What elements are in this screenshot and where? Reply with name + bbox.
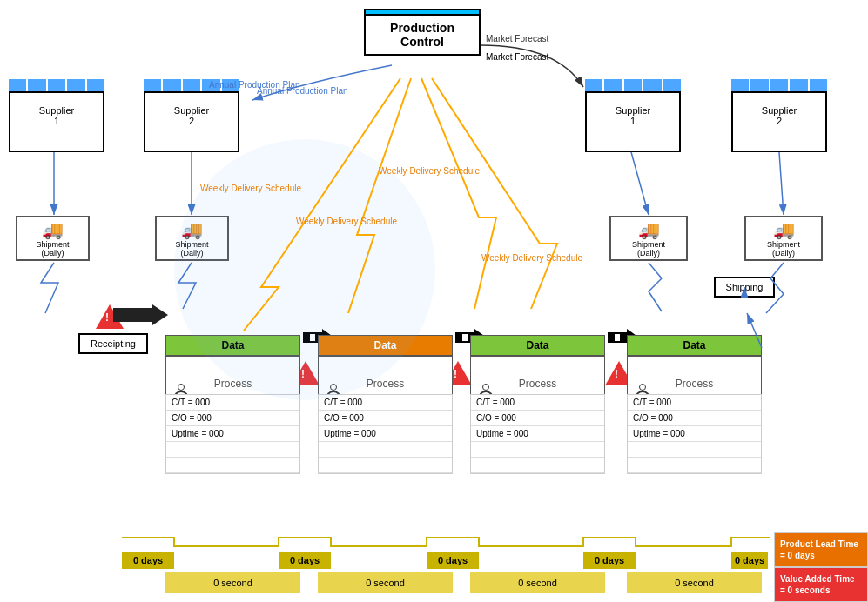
prod-control-body: ProductionControl (364, 16, 481, 56)
process-2-header: Data (318, 335, 453, 356)
summary-value-added: Value Added Time= 0 seconds (774, 567, 868, 602)
timeline-sec-1: 0 second (165, 572, 300, 593)
supplier-right-1-label: Supplier1 (587, 93, 679, 126)
truck-3-icon: 🚚 (638, 219, 660, 240)
process-2-name: Process (367, 377, 404, 389)
supplier-right-2-label: Supplier2 (733, 93, 825, 126)
timeline-day-2: 0 days (279, 552, 331, 569)
truck-2: 🚚 Shipment(Daily) (155, 216, 229, 261)
process-4-header: Data (627, 335, 762, 356)
truck-4-icon: 🚚 (773, 219, 795, 240)
shipping-box: Shipping (714, 277, 775, 298)
prod-control-header (364, 9, 481, 16)
label-market-forecast: Market Forecast (486, 52, 548, 62)
truck-1-icon: 🚚 (42, 219, 64, 240)
truck-3: 🚚 Shipment(Daily) (609, 216, 688, 261)
weekly-schedule-4: Weekly Delivery Schedule (481, 253, 582, 263)
process-2-data: C/T = 000 C/O = 000 Uptime = 000 (318, 394, 453, 474)
summary-lead-time: Product Lead Time= 0 days (774, 532, 868, 567)
truck-2-icon: 🚚 (181, 219, 203, 240)
truck-3-label: Shipment(Daily) (632, 240, 665, 258)
process-1-header: Data (165, 335, 300, 356)
supplier-left-1: Supplier1 (9, 91, 104, 152)
summary-box: Product Lead Time= 0 days Value Added Ti… (774, 532, 868, 602)
push-arrow-1 (113, 304, 168, 325)
truck-2-label: Shipment(Daily) (175, 240, 208, 258)
process-3-header: Data (470, 335, 605, 356)
process-3-name: Process (519, 377, 556, 389)
weekly-schedule-2: Weekly Delivery Schedule (296, 217, 397, 226)
timeline-day-5: 0 days (731, 552, 768, 569)
truck-1: 🚚 Shipment(Daily) (16, 216, 90, 261)
process-1-name: Process (214, 377, 252, 389)
process-1-data: C/T = 000 C/O = 000 Uptime = 000 (165, 394, 300, 474)
label-annual-plan: Annual Production Plan (209, 80, 300, 90)
supplier-left-1-label: Supplier1 (10, 93, 103, 126)
timeline-day-4: 0 days (583, 552, 636, 569)
supplier-left-2: Supplier2 (144, 91, 239, 152)
weekly-schedule-1: Weekly Delivery Schedule (200, 184, 301, 193)
production-control-box: ProductionControl (364, 9, 481, 56)
process-4-data: C/T = 000 C/O = 000 Uptime = 000 (627, 394, 762, 474)
truck-4-label: Shipment(Daily) (767, 240, 800, 258)
timeline-sec-3: 0 second (470, 572, 605, 593)
market-forecast-label: Market Forecast (486, 34, 548, 43)
supplier-right-1: Supplier1 (585, 91, 681, 152)
process-3-data: C/T = 000 C/O = 000 Uptime = 000 (470, 394, 605, 474)
supplier-right-2: Supplier2 (731, 91, 827, 152)
receipting-box: Receipting (78, 333, 148, 354)
timeline-sec-2: 0 second (318, 572, 453, 593)
truck-4: 🚚 Shipment(Daily) (744, 216, 823, 261)
timeline-sec-4: 0 second (627, 572, 762, 593)
timeline-day-3: 0 days (427, 552, 479, 569)
process-4-name: Process (676, 377, 713, 389)
weekly-schedule-3: Weekly Delivery Schedule (379, 166, 480, 176)
supplier-left-2-label: Supplier2 (145, 93, 238, 126)
timeline-day-1: 0 days (122, 552, 174, 569)
truck-1-label: Shipment(Daily) (36, 240, 69, 258)
